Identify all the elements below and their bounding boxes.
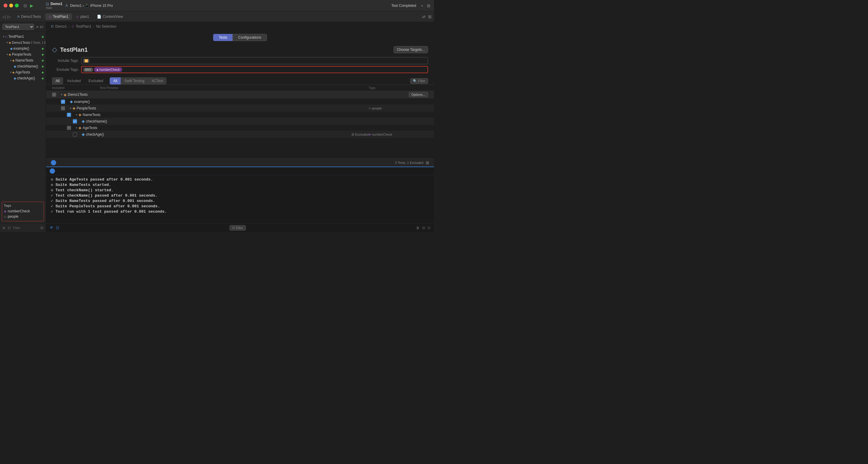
row-peopletests-tags: ◇ people: [369, 107, 428, 110]
console-eye-icon: 👁: [50, 226, 54, 230]
filter-tab-all-secondary[interactable]: All: [110, 77, 121, 85]
sidebar-footer-filter-icon: ⊡: [8, 226, 11, 230]
project-name-label: Demo1: [51, 2, 62, 6]
table-row: ✓ ▾ ◈ NameTests: [46, 112, 434, 118]
console-layout-icon[interactable]: ⊟: [422, 226, 425, 230]
add-icon[interactable]: +: [421, 3, 423, 8]
play-button[interactable]: ▶: [30, 3, 33, 8]
testplan-title: TestPlan1: [60, 47, 88, 53]
sidebar-checkname-label: checkName(): [17, 64, 38, 68]
include-tags-label: Include Tags:: [52, 59, 79, 63]
sidebar: TestPlan1 ≡ 🏷 ▾ ◇ TestPlan1 ● ▾ ◈ Demo1T…: [0, 22, 46, 232]
sidebar-list-icon[interactable]: ≡: [36, 25, 38, 29]
tag-item-numbercheck[interactable]: ◈ numberCheck: [4, 208, 42, 214]
include-toggle-badge: 🔀: [83, 59, 89, 63]
bottom-panel: ◇ Suite AgeTests passed after 0.001 seco…: [46, 167, 434, 232]
console-trash-icon[interactable]: 🗑: [416, 226, 420, 230]
test-status-label: Test Completed: [391, 4, 416, 8]
row-demo1tests-label: Demo1Tests: [68, 92, 349, 97]
fullscreen-button[interactable]: [15, 4, 19, 7]
row-checkbox-example[interactable]: ✓: [61, 99, 65, 104]
table-row: − ▾ ◈ Demo1Tests Options...: [46, 91, 434, 98]
sidebar-select[interactable]: TestPlan1: [2, 24, 34, 30]
breadcrumb-demo1: Demo1: [55, 24, 67, 29]
tag-people-text: people: [372, 107, 382, 110]
sidebar-item-agetests[interactable]: ▾ ◈ AgeTests ●: [0, 69, 46, 75]
breadcrumb-testplan-icon: ◇: [72, 24, 74, 28]
console-line-6: ✓ Suite PeopleTests passed after 0.001 s…: [51, 204, 429, 208]
minimize-button[interactable]: [9, 4, 13, 7]
header-test-preview: Test Preview: [64, 86, 369, 89]
table-row: ◆ checkAge() ⊘ Excluded ◈ numberCheck: [46, 131, 434, 138]
choose-targets-button[interactable]: Choose Targets...: [394, 46, 428, 53]
console-expand-icon[interactable]: ⊡: [428, 226, 430, 230]
filter-tab-all[interactable]: All: [52, 77, 63, 85]
summary-bar: 3 Tests, 1 Excluded ⊞: [46, 158, 434, 167]
sidebar-item-nametests[interactable]: ▾ ◈ NameTests ●: [0, 57, 46, 63]
sidebar-header: TestPlan1 ≡ 🏷: [0, 22, 46, 32]
close-button[interactable]: [4, 4, 7, 7]
sidebar-item-testplan1[interactable]: ▾ ◇ TestPlan1 ●: [0, 34, 46, 39]
tab-layout-icon[interactable]: ⊞: [428, 14, 432, 19]
tab-plan1[interactable]: ◇ plan1: [72, 13, 92, 20]
exclude-tag-chip-numbercheck[interactable]: ◈ numberCheck: [94, 67, 122, 72]
row-checkbox-demo1tests[interactable]: −: [52, 92, 56, 97]
row-checkbox-checkage[interactable]: [73, 133, 77, 137]
row-checkbox-agetests[interactable]: −: [67, 126, 71, 130]
filter-tab-included[interactable]: Included: [64, 77, 84, 85]
table-row: ✓ ◆ example(): [46, 98, 434, 105]
row-checkage-label: checkAge(): [86, 133, 349, 137]
tab-split-icon[interactable]: ⇄: [422, 14, 426, 19]
expand-icon[interactable]: ⊞: [426, 160, 429, 165]
sidebar-toggle-icon[interactable]: ⊟: [24, 3, 27, 8]
traffic-lights: [4, 4, 19, 7]
console-line-1: ◇ Suite AgeTests passed after 0.001 seco…: [51, 177, 429, 182]
filter-tab-swift[interactable]: Swift Testing: [121, 77, 148, 85]
sidebar-item-peopletests[interactable]: ▾ ◈ PeopleTests ●: [0, 52, 46, 57]
console-output: ◇ Suite AgeTests passed after 0.001 seco…: [46, 175, 434, 223]
sidebar-tag-icon[interactable]: 🏷: [39, 25, 43, 29]
sidebar-checkage-label: checkAge(): [17, 76, 35, 80]
header-included: Included: [52, 86, 64, 89]
include-tags-input[interactable]: 🔀: [81, 57, 428, 64]
filter-tab-group: All Swift Testing XCTest: [110, 77, 166, 85]
tag-numbercheck-label: numberCheck: [8, 209, 30, 213]
tab-testplan1-label: TestPlan1: [53, 14, 69, 19]
device-selector[interactable]: A Demo1 › 📱 iPhone 15 Pro: [65, 4, 113, 8]
tag-people-label: people: [8, 214, 19, 219]
console-line-3: ◇ Test checkName() started.: [51, 188, 429, 193]
console-dot: [50, 168, 55, 174]
nav-back-icon[interactable]: ◁: [2, 14, 6, 19]
sidebar-item-checkname[interactable]: ◆ checkName() ●: [0, 63, 46, 69]
layout-icon[interactable]: ⊞: [427, 3, 430, 8]
console-line-2: ◇ Suite NameTests started.: [51, 182, 429, 187]
sidebar-filter-label: Filter: [13, 226, 20, 230]
content-area: ⊡ Demo1 › ◇ TestPlan1 › No Selection Tes…: [46, 22, 434, 232]
seg-configurations-btn[interactable]: Configurations: [232, 34, 267, 41]
title-bar-actions: + ⊞: [421, 3, 430, 8]
console-filter-search[interactable]: ⊡ Filter: [229, 225, 246, 231]
filter-tab-excluded[interactable]: Excluded: [85, 77, 107, 85]
main-layout: TestPlan1 ≡ 🏷 ▾ ◇ TestPlan1 ● ▾ ◈ Demo1T…: [0, 22, 434, 232]
header-tags: Tags: [369, 86, 428, 89]
sidebar-item-example[interactable]: ◆ example() ●: [0, 46, 46, 52]
tab-plan1-label: plan1: [80, 14, 89, 19]
tab-testplan1[interactable]: ◇ TestPlan1: [45, 13, 72, 20]
nav-forward-icon[interactable]: ▷: [7, 14, 11, 19]
table-row: ✓ ◆ checkName(): [46, 118, 434, 125]
exclude-chip-label: numberCheck: [100, 68, 120, 71]
tab-contentview[interactable]: 📄 ContentView: [93, 13, 127, 20]
seg-tests-btn[interactable]: Tests: [213, 34, 232, 41]
filter-search[interactable]: 🔍 Filter: [410, 78, 428, 84]
sidebar-item-checkage[interactable]: ◆ checkAge() ●: [0, 75, 46, 81]
options-button[interactable]: Options...: [409, 92, 428, 97]
row-checkbox-nametests[interactable]: ✓: [67, 113, 71, 117]
filter-tab-xctest[interactable]: XCTest: [148, 77, 167, 85]
tab-demo1tests[interactable]: A Demo1Tests: [14, 13, 44, 20]
tag-item-people[interactable]: ◇ people: [4, 214, 42, 219]
filter-search-placeholder: Filter: [418, 79, 425, 83]
sidebar-item-demo1tests[interactable]: ▾ ◈ Demo1Tests 3 Tests, 1 Excl... ●: [0, 39, 46, 46]
exclude-tags-input[interactable]: ANY ◈ numberCheck: [81, 66, 428, 73]
row-checkbox-peopletests[interactable]: −: [61, 106, 65, 110]
row-checkbox-checkname[interactable]: ✓: [73, 119, 77, 123]
